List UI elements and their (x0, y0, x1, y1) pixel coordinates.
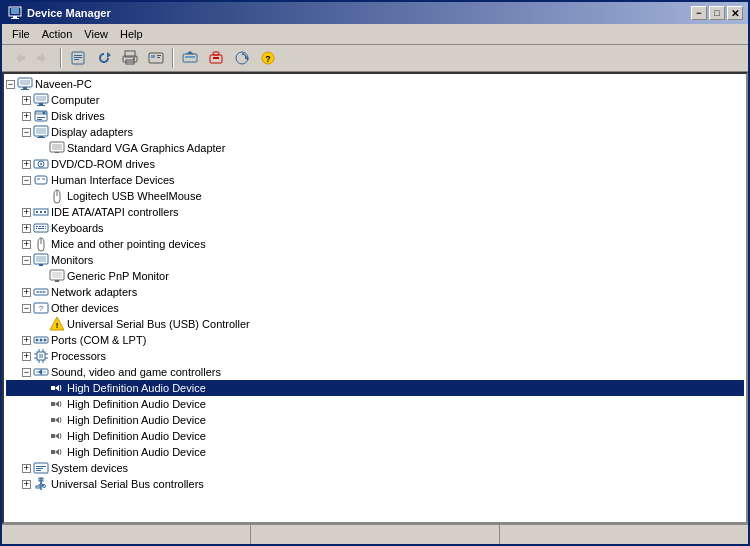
svg-rect-60 (39, 226, 41, 227)
expand-button[interactable]: + (22, 96, 31, 105)
tree-item-label: Standard VGA Graphics Adapter (67, 142, 225, 154)
tree-item-hd-audio-5[interactable]: High Definition Audio Device (6, 444, 744, 460)
expand-button[interactable]: − (22, 368, 31, 377)
monitor-device-icon (49, 268, 65, 284)
separator-1 (60, 48, 62, 68)
show-hidden-button[interactable] (144, 47, 168, 69)
tree-item-usb-controller-other[interactable]: ! Universal Serial Bus (USB) Controller (6, 316, 744, 332)
expand-button[interactable]: + (22, 160, 31, 169)
tree-item-naveen-pc[interactable]: − Naveen-PC (6, 76, 744, 92)
tree-item-monitors[interactable]: − Monitors (6, 252, 744, 268)
svg-marker-106 (55, 433, 59, 439)
svg-rect-117 (36, 486, 40, 488)
svg-rect-52 (42, 178, 45, 180)
expand-button[interactable]: − (22, 304, 31, 313)
svg-rect-2 (13, 16, 17, 18)
tree-item-label: Mice and other pointing devices (51, 238, 206, 250)
tree-item-label: Generic PnP Monitor (67, 270, 169, 282)
svg-rect-43 (37, 137, 45, 138)
svg-marker-98 (38, 369, 42, 375)
expand-button[interactable]: − (22, 128, 31, 137)
tree-item-sound[interactable]: − Sound, video and game controllers (6, 364, 744, 380)
tree-item-network-adapters[interactable]: + Network adapters (6, 284, 744, 300)
status-section-1 (2, 525, 251, 544)
expand-button[interactable]: + (22, 208, 31, 217)
tree-item-label: Monitors (51, 254, 93, 266)
tree-item-hd-audio-3[interactable]: High Definition Audio Device (6, 412, 744, 428)
tree-panel[interactable]: − Naveen-PC+ Computer+ Disk drives− Disp… (2, 72, 748, 524)
svg-rect-103 (51, 418, 55, 422)
uninstall-button[interactable] (204, 47, 228, 69)
svg-rect-99 (51, 386, 55, 390)
expand-button[interactable]: − (6, 80, 15, 89)
tree-item-generic-monitor[interactable]: Generic PnP Monitor (6, 268, 744, 284)
title-bar: Device Manager − □ ✕ (2, 2, 748, 24)
tree-item-other-devices[interactable]: − ? Other devices (6, 300, 744, 316)
tree-item-usb-controllers[interactable]: + Universal Serial Bus controllers (6, 476, 744, 492)
tree-item-logitech-mouse[interactable]: Logitech USB WheelMouse (6, 188, 744, 204)
content-area: − Naveen-PC+ Computer+ Disk drives− Disp… (2, 72, 748, 524)
tree-item-disk-drives[interactable]: + Disk drives (6, 108, 744, 124)
back-button[interactable] (6, 47, 30, 69)
status-bar (2, 524, 748, 544)
print-button[interactable] (118, 47, 142, 69)
menu-help[interactable]: Help (114, 26, 149, 42)
tree-item-label: Sound, video and game controllers (51, 366, 221, 378)
svg-rect-6 (74, 57, 82, 58)
mouse-icon (33, 236, 49, 252)
minimize-button[interactable]: − (691, 6, 707, 20)
expand-button[interactable]: + (22, 336, 31, 345)
expand-button[interactable]: + (22, 224, 31, 233)
tree-item-system-devices[interactable]: + System devices (6, 460, 744, 476)
tree-item-label: Keyboards (51, 222, 104, 234)
tree-item-label: Processors (51, 350, 106, 362)
scan-button[interactable] (230, 47, 254, 69)
tree-item-hd-audio-4[interactable]: High Definition Audio Device (6, 428, 744, 444)
tree-item-hd-audio-2[interactable]: High Definition Audio Device (6, 396, 744, 412)
maximize-button[interactable]: □ (709, 6, 725, 20)
tree-item-standard-vga[interactable]: Standard VGA Graphics Adapter (6, 140, 744, 156)
svg-rect-38 (37, 117, 45, 118)
tree-item-human-interface[interactable]: − Human Interface Devices (6, 172, 744, 188)
svg-rect-59 (36, 226, 38, 227)
keyboard-icon (33, 220, 49, 236)
properties-button[interactable] (66, 47, 90, 69)
tree-item-mice[interactable]: + Mice and other pointing devices (6, 236, 744, 252)
expand-button[interactable]: + (22, 288, 31, 297)
tree-item-ports[interactable]: + Ports (COM & LPT) (6, 332, 744, 348)
tree-item-computer[interactable]: + Computer (6, 92, 744, 108)
update-driver-button[interactable] (178, 47, 202, 69)
tree-item-label: High Definition Audio Device (67, 398, 206, 410)
svg-rect-105 (51, 434, 55, 438)
tree-item-label: System devices (51, 462, 128, 474)
expand-button[interactable]: + (22, 480, 31, 489)
expand-button[interactable]: − (22, 176, 31, 185)
status-section-3 (500, 525, 748, 544)
svg-point-12 (133, 58, 135, 60)
help-button[interactable]: ? (256, 47, 280, 69)
device-manager-window: Device Manager − □ ✕ File Action View He… (0, 0, 750, 546)
menu-view[interactable]: View (78, 26, 114, 42)
audio-icon (49, 396, 65, 412)
tree-item-display-adapters[interactable]: − Display adapters (6, 124, 744, 140)
expand-button[interactable]: + (22, 112, 31, 121)
expand-button[interactable]: − (22, 256, 31, 265)
usb-warning-icon: ! (49, 316, 65, 332)
forward-button[interactable] (32, 47, 56, 69)
expand-button[interactable]: + (22, 240, 31, 249)
refresh-button[interactable] (92, 47, 116, 69)
tree-item-keyboards[interactable]: + Keyboards (6, 220, 744, 236)
tree-item-hd-audio-1[interactable]: High Definition Audio Device (6, 380, 744, 396)
tree-item-ide-ata[interactable]: + IDE ATA/ATAPI controllers (6, 204, 744, 220)
svg-marker-108 (55, 449, 59, 455)
tree-item-dvd-cdrom[interactable]: + DVD/CD-ROM drives (6, 156, 744, 172)
tree-item-label: Logitech USB WheelMouse (67, 190, 202, 202)
menu-file[interactable]: File (6, 26, 36, 42)
expand-button[interactable]: + (22, 464, 31, 473)
tree-item-processors[interactable]: + Processors (6, 348, 744, 364)
svg-rect-55 (36, 211, 38, 213)
menu-action[interactable]: Action (36, 26, 79, 42)
expand-button[interactable]: + (22, 352, 31, 361)
close-button[interactable]: ✕ (727, 6, 743, 20)
svg-rect-63 (36, 228, 37, 229)
